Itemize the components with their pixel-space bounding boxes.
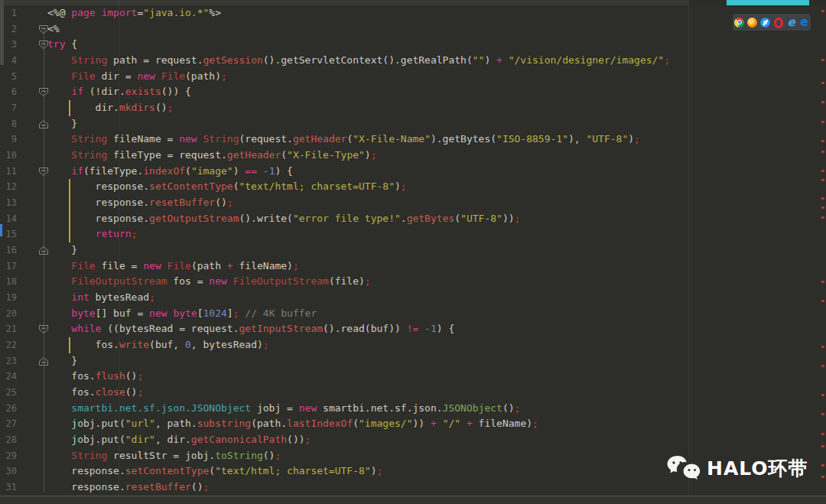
error-mark[interactable] xyxy=(821,281,824,283)
code-line[interactable]: 28 jobj.put("dir", dir.getCanonicalPath(… xyxy=(0,432,826,448)
fold-start-icon[interactable] xyxy=(17,84,47,100)
code-line[interactable]: 18 FileOutputStream fos = new FileOutput… xyxy=(0,274,826,290)
code-line[interactable]: 27 jobj.put("url", path.substring(path.l… xyxy=(0,416,826,432)
code-line[interactable]: 20 byte[] buf = new byte[1024]; // 4K bu… xyxy=(0,306,826,322)
line-number[interactable]: 18 xyxy=(0,274,17,290)
code-line[interactable]: 2<% xyxy=(0,21,826,37)
code-line[interactable]: 19 int bytesRead; xyxy=(0,290,826,306)
error-mark[interactable] xyxy=(821,433,824,435)
error-mark[interactable] xyxy=(821,216,824,219)
left-scrollbar-thumb[interactable] xyxy=(0,0,4,65)
code-line[interactable]: 31 response.resetBuffer(); xyxy=(0,480,826,496)
line-number[interactable]: 27 xyxy=(0,416,17,432)
fold-start-icon[interactable] xyxy=(17,37,47,53)
fold-start-icon[interactable] xyxy=(17,321,47,337)
code-line[interactable]: 8 } xyxy=(0,116,826,132)
error-mark[interactable] xyxy=(821,170,824,172)
code-line[interactable]: 22 fos.write(buf, 0, bytesRead); xyxy=(0,337,826,353)
line-number[interactable]: 28 xyxy=(0,432,17,448)
error-mark[interactable] xyxy=(821,59,824,61)
error-mark[interactable] xyxy=(821,121,824,123)
code-line[interactable]: 3try { xyxy=(0,37,826,53)
safari-icon[interactable] xyxy=(760,17,771,28)
fold-end-icon[interactable] xyxy=(17,242,47,259)
error-stripe[interactable] xyxy=(818,0,826,504)
line-number[interactable]: 26 xyxy=(0,401,17,417)
code-line[interactable]: 16 } xyxy=(0,242,826,259)
line-number[interactable]: 23 xyxy=(0,353,17,369)
code-line[interactable]: 6 if (!dir.exists()) { xyxy=(0,84,826,100)
chrome-icon[interactable] xyxy=(734,17,745,28)
line-number[interactable]: 6 xyxy=(0,84,17,100)
code-line[interactable]: 7 dir.mkdirs(); xyxy=(0,100,826,116)
code-line[interactable]: 23 } xyxy=(0,353,826,369)
fold-end-icon[interactable] xyxy=(17,353,47,369)
code-line[interactable]: 5 File dir = new File(path); xyxy=(0,69,826,85)
error-mark[interactable] xyxy=(821,140,824,142)
error-mark[interactable] xyxy=(821,10,824,12)
firefox-icon[interactable] xyxy=(747,17,758,28)
code-area[interactable]: 1<%@ page import="java.io.*"%>2<%3try {4… xyxy=(0,5,826,496)
code-text: File file = new File(path + fileName); xyxy=(47,259,299,275)
code-line[interactable]: 9 String fileName = new String(request.g… xyxy=(0,132,826,148)
code-line[interactable]: 26 smartbi.net.sf.json.JSONObject jobj =… xyxy=(0,401,826,417)
line-number[interactable]: 14 xyxy=(0,211,17,227)
opera-icon[interactable] xyxy=(773,17,784,28)
line-number[interactable]: 7 xyxy=(0,100,17,116)
code-line[interactable]: 21 while ((bytesRead = request.getInputS… xyxy=(0,321,826,337)
line-number[interactable]: 8 xyxy=(0,116,17,132)
line-number[interactable]: 11 xyxy=(0,164,17,180)
line-number[interactable]: 19 xyxy=(0,290,17,306)
line-number[interactable]: 15 xyxy=(0,226,17,242)
error-mark[interactable] xyxy=(821,197,824,200)
error-mark[interactable] xyxy=(821,464,824,467)
fold-column xyxy=(17,148,47,164)
error-mark[interactable] xyxy=(821,445,824,447)
line-number[interactable]: 9 xyxy=(0,132,17,148)
line-number[interactable]: 30 xyxy=(0,463,17,480)
code-line[interactable]: 11 if(fileType.indexOf("image") == -1) { xyxy=(0,164,826,180)
editor-pane[interactable]: 1<%@ page import="java.io.*"%>2<%3try {4… xyxy=(0,5,826,496)
error-mark[interactable] xyxy=(821,101,824,103)
line-number[interactable]: 5 xyxy=(0,69,17,85)
line-number[interactable]: 16 xyxy=(0,242,17,259)
line-number[interactable]: 13 xyxy=(0,195,17,211)
fold-start-icon[interactable] xyxy=(17,164,47,180)
code-text: return; xyxy=(47,226,137,242)
error-mark[interactable] xyxy=(821,365,824,367)
code-text: jobj.put("dir", dir.getCanonicalPath()); xyxy=(47,432,311,448)
code-line[interactable]: 15 return; xyxy=(0,226,826,242)
code-line[interactable]: 24 fos.flush(); xyxy=(0,369,826,385)
code-line[interactable]: 12 response.setContentType("text/html; c… xyxy=(0,179,826,195)
code-line[interactable]: 13 response.resetBuffer(); xyxy=(0,195,826,211)
code-line[interactable]: 1<%@ page import="java.io.*"%> xyxy=(0,5,826,21)
code-line[interactable]: 17 File file = new File(path + fileName)… xyxy=(0,259,826,275)
code-line[interactable]: 14 response.getOutputStream().write("err… xyxy=(0,211,826,227)
error-mark[interactable] xyxy=(821,300,824,302)
error-mark[interactable] xyxy=(821,413,824,415)
ie-icon[interactable] xyxy=(786,17,797,28)
error-mark[interactable] xyxy=(821,82,824,84)
code-line[interactable]: 10 String fileType = request.getHeader("… xyxy=(0,148,826,164)
code-line[interactable]: 25 fos.close(); xyxy=(0,385,826,401)
line-number[interactable]: 24 xyxy=(0,369,17,385)
line-number[interactable]: 20 xyxy=(0,306,17,322)
line-number[interactable]: 21 xyxy=(0,321,17,337)
fold-end-icon[interactable] xyxy=(17,116,47,132)
line-number[interactable]: 29 xyxy=(0,448,17,464)
line-number[interactable]: 25 xyxy=(0,385,17,401)
error-mark[interactable] xyxy=(821,346,824,348)
error-mark[interactable] xyxy=(821,151,824,153)
error-mark[interactable] xyxy=(821,394,824,396)
error-mark[interactable] xyxy=(821,179,824,181)
edge-icon[interactable] xyxy=(799,17,810,28)
line-number[interactable]: 31 xyxy=(0,480,17,496)
line-number[interactable]: 12 xyxy=(0,179,17,195)
error-mark[interactable] xyxy=(821,206,824,209)
fold-start-icon[interactable] xyxy=(17,21,47,37)
error-mark[interactable] xyxy=(821,476,824,478)
line-number[interactable]: 10 xyxy=(0,148,17,164)
code-line[interactable]: 4 String path = request.getSession().get… xyxy=(0,53,826,69)
line-number[interactable]: 17 xyxy=(0,259,17,275)
line-number[interactable]: 22 xyxy=(0,337,17,353)
